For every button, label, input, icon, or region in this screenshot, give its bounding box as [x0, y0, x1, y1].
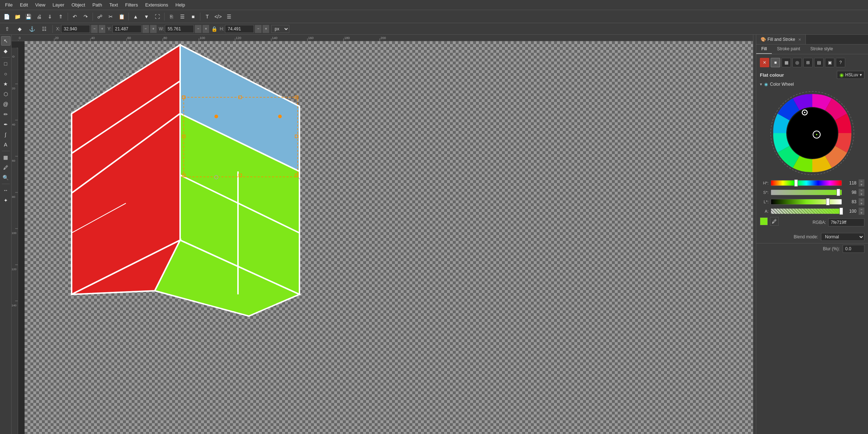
tab-fill[interactable]: Fill: [756, 44, 772, 54]
import-button[interactable]: ⇓: [45, 12, 55, 22]
l-slider-thumb[interactable]: [826, 198, 830, 205]
xml-editor-button[interactable]: </>: [213, 12, 223, 22]
text-tool-btn[interactable]: A: [1, 140, 10, 149]
save-button[interactable]: 💾: [23, 12, 33, 22]
a-slider-track[interactable]: [771, 208, 842, 214]
open-button[interactable]: 📁: [12, 12, 22, 22]
panel-close-btn[interactable]: ✕: [798, 38, 801, 42]
node-tool[interactable]: ◆: [14, 24, 25, 34]
w-plus[interactable]: +: [203, 25, 209, 33]
s-slider-plus[interactable]: +: [859, 192, 864, 196]
canvas-viewport[interactable]: ↘ ↺: [25, 41, 753, 434]
node-tool-btn[interactable]: ◆: [1, 46, 10, 56]
color-wheel-wrapper[interactable]: [760, 90, 864, 176]
rgba-input[interactable]: [828, 218, 864, 226]
cut-button[interactable]: ✂: [106, 12, 116, 22]
star-tool-btn[interactable]: ★: [1, 79, 10, 89]
fill-stroke-button[interactable]: ■: [188, 12, 198, 22]
menu-path[interactable]: Path: [89, 1, 106, 8]
eyedropper-tool-btn[interactable]: 🖉: [1, 163, 10, 172]
menu-text[interactable]: Text: [106, 1, 122, 8]
y-minus[interactable]: −: [142, 25, 149, 33]
node-editor-button[interactable]: ⎘: [166, 12, 176, 22]
tab-stroke-style[interactable]: Stroke style: [805, 44, 838, 54]
color-wheel-header[interactable]: ▾ ◉ Color Wheel: [760, 82, 864, 87]
a-slider-thumb[interactable]: [839, 208, 843, 215]
side-scrollbar[interactable]: [753, 35, 756, 434]
select-tool[interactable]: ⇧: [2, 24, 12, 34]
print-button[interactable]: 🖨: [34, 12, 44, 22]
zoom-tool-btn[interactable]: 🔍: [1, 173, 10, 182]
fill-pattern-btn[interactable]: ▤: [814, 58, 824, 67]
h-input[interactable]: [225, 25, 254, 33]
redo-button[interactable]: ↷: [81, 12, 91, 22]
w-minus[interactable]: −: [195, 25, 201, 33]
s-slider-thumb[interactable]: [837, 189, 840, 196]
fill-swatch-btn[interactable]: ▣: [825, 58, 834, 67]
pen-tool-btn[interactable]: ✒: [1, 120, 10, 129]
fill-linear-btn[interactable]: ▦: [782, 58, 791, 67]
color-wheel-svg[interactable]: [769, 90, 856, 176]
select-tool-btn[interactable]: ↖: [1, 36, 10, 46]
tab-stroke-paint[interactable]: Stroke paint: [772, 44, 805, 54]
h-slider-minus[interactable]: −: [859, 179, 864, 183]
x-input[interactable]: [61, 25, 90, 33]
y-input[interactable]: [112, 25, 141, 33]
new-button[interactable]: 📄: [1, 12, 12, 22]
text-tool-button[interactable]: T: [202, 12, 212, 22]
h-slider-track[interactable]: [771, 180, 842, 186]
fill-none-btn[interactable]: ✕: [760, 58, 769, 67]
layers-button[interactable]: ☰: [224, 12, 234, 22]
a-slider-plus[interactable]: +: [859, 211, 864, 215]
undo-button[interactable]: ↶: [70, 12, 80, 22]
clipboard-copy-button[interactable]: ☍: [95, 12, 105, 22]
align-button[interactable]: ☰: [177, 12, 187, 22]
w-input[interactable]: [165, 25, 194, 33]
lock-icon[interactable]: 🔒: [211, 26, 217, 32]
fill-stroke-tab[interactable]: 🎨 Fill and Stroke ✕: [756, 35, 806, 44]
gradient-tool-btn[interactable]: ▦: [1, 153, 10, 162]
h-plus[interactable]: +: [263, 25, 269, 33]
menu-view[interactable]: View: [31, 1, 49, 8]
blur-input[interactable]: [843, 245, 864, 253]
export-button[interactable]: ⇑: [56, 12, 66, 22]
menu-help[interactable]: Help: [172, 1, 189, 8]
current-color-swatch[interactable]: [760, 217, 768, 225]
pencil-tool-btn[interactable]: ✏: [1, 110, 10, 119]
eyedropper-button[interactable]: 🖉: [770, 217, 779, 226]
fill-flat-btn[interactable]: ■: [771, 58, 780, 67]
h-minus[interactable]: −: [255, 25, 261, 33]
snap-toggle[interactable]: ⚓: [27, 24, 37, 34]
menu-edit[interactable]: Edit: [16, 1, 31, 8]
zoom-in-button[interactable]: ▲: [131, 12, 141, 22]
s-slider-minus[interactable]: −: [859, 189, 864, 192]
blend-mode-select[interactable]: Normal Multiply Screen Overlay: [821, 233, 864, 241]
unit-select[interactable]: px mm cm in: [271, 25, 289, 33]
spray-tool-btn[interactable]: ✦: [1, 196, 10, 205]
menu-filters[interactable]: Filters: [122, 1, 141, 8]
x-minus[interactable]: −: [91, 25, 98, 33]
callig-tool-btn[interactable]: ∫: [1, 130, 10, 139]
circle-tool-btn[interactable]: ○: [1, 69, 10, 78]
menu-layer[interactable]: Layer: [49, 1, 68, 8]
menu-extensions[interactable]: Extensions: [141, 1, 172, 8]
rect-tool-btn[interactable]: □: [1, 59, 10, 68]
zoom-out-button[interactable]: ▼: [141, 12, 152, 22]
measure-tool-btn[interactable]: ↔: [1, 186, 10, 195]
l-slider-plus[interactable]: +: [859, 202, 864, 205]
fill-radial-btn[interactable]: ◎: [792, 58, 802, 67]
poly-tool-btn[interactable]: ⬡: [1, 89, 10, 99]
h-slider-plus[interactable]: +: [859, 183, 864, 187]
y-plus[interactable]: +: [150, 25, 157, 33]
l-slider-minus[interactable]: −: [859, 198, 864, 202]
s-slider-track[interactable]: [771, 190, 842, 195]
color-model-dropdown[interactable]: ◉ HSLuv ▾: [837, 71, 864, 79]
menu-object[interactable]: Object: [68, 1, 89, 8]
paste-button[interactable]: 📋: [116, 12, 127, 22]
spiral-tool-btn[interactable]: @: [1, 99, 10, 109]
zoom-fit-button[interactable]: ⛶: [152, 12, 162, 22]
grid-toggle[interactable]: ☷: [39, 24, 49, 34]
fill-mesh-btn[interactable]: ⊞: [803, 58, 813, 67]
menu-file[interactable]: File: [1, 1, 16, 8]
fill-unknown-btn[interactable]: ?: [836, 58, 845, 67]
